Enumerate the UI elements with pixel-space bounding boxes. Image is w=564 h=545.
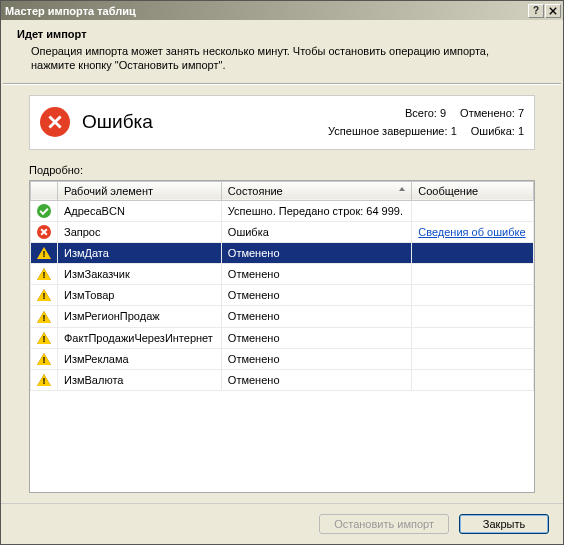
warning-icon <box>37 311 51 323</box>
error-details-link[interactable]: Сведения об ошибке <box>418 226 525 238</box>
row-message <box>412 243 534 264</box>
row-message: Сведения об ошибке <box>412 222 534 243</box>
header-title: Идет импорт <box>17 28 547 40</box>
row-item: ФактПродажиЧерезИнтернет <box>58 327 222 348</box>
row-status-icon <box>31 243 58 264</box>
row-item: ИзмВалюта <box>58 369 222 390</box>
row-item: ИзмТовар <box>58 285 222 306</box>
table-row[interactable]: ИзмВалютаОтменено <box>31 369 534 390</box>
row-state: Отменено <box>221 369 411 390</box>
row-state: Отменено <box>221 264 411 285</box>
row-state: Отменено <box>221 285 411 306</box>
row-state: Отменено <box>221 348 411 369</box>
error-label: Ошибка: <box>471 125 515 137</box>
footer: Остановить импорт Закрыть <box>1 503 563 544</box>
row-state: Ошибка <box>221 222 411 243</box>
row-state: Успешно. Передано строк: 64 999. <box>221 200 411 221</box>
row-state: Отменено <box>221 306 411 327</box>
row-message <box>412 327 534 348</box>
table-row[interactable]: ФактПродажиЧерезИнтернетОтменено <box>31 327 534 348</box>
warning-icon <box>37 374 51 386</box>
row-item: АдресаBCN <box>58 200 222 221</box>
table-row[interactable]: ИзмРекламаОтменено <box>31 348 534 369</box>
status-label: Ошибка <box>82 111 328 133</box>
close-button[interactable] <box>545 4 561 18</box>
row-status-icon <box>31 264 58 285</box>
status-box: Ошибка Всего: 9 Отменено: 7 Успешное зав… <box>29 95 535 150</box>
success-label: Успешное завершение: <box>328 125 447 137</box>
success-icon <box>37 204 51 218</box>
row-message <box>412 369 534 390</box>
content: Ошибка Всего: 9 Отменено: 7 Успешное зав… <box>1 85 563 503</box>
row-status-icon <box>31 327 58 348</box>
warning-icon <box>37 247 51 259</box>
success-value: 1 <box>451 125 457 137</box>
stop-import-button: Остановить импорт <box>319 514 449 534</box>
results-table: Рабочий элемент Состояние Сообщение Адре… <box>30 181 534 391</box>
table-row[interactable]: ИзмДатаОтменено <box>31 243 534 264</box>
details-label: Подробно: <box>29 164 535 176</box>
row-state: Отменено <box>221 243 411 264</box>
col-icon[interactable] <box>31 181 58 200</box>
row-status-icon <box>31 369 58 390</box>
row-status-icon <box>31 285 58 306</box>
error-icon <box>37 225 51 239</box>
row-status-icon <box>31 306 58 327</box>
col-item[interactable]: Рабочий элемент <box>58 181 222 200</box>
row-item: ИзмДата <box>58 243 222 264</box>
table-wrap: Рабочий элемент Состояние Сообщение Адре… <box>29 180 535 493</box>
total-value: 9 <box>440 107 446 119</box>
row-message <box>412 306 534 327</box>
row-message <box>412 200 534 221</box>
row-message <box>412 285 534 306</box>
warning-icon <box>37 289 51 301</box>
table-row[interactable]: АдресаBCNУспешно. Передано строк: 64 999… <box>31 200 534 221</box>
status-stats: Всего: 9 Отменено: 7 Успешное завершение… <box>328 104 524 141</box>
table-row[interactable]: ИзмТоварОтменено <box>31 285 534 306</box>
cancelled-value: 7 <box>518 107 524 119</box>
window-title: Мастер импорта таблиц <box>5 5 136 17</box>
titlebar: Мастер импорта таблиц ? <box>1 1 563 20</box>
row-status-icon <box>31 200 58 221</box>
header-text: Операция импорта может занять несколько … <box>17 44 547 73</box>
row-item: ИзмЗаказчик <box>58 264 222 285</box>
warning-icon <box>37 332 51 344</box>
col-message[interactable]: Сообщение <box>412 181 534 200</box>
warning-icon <box>37 353 51 365</box>
col-state[interactable]: Состояние <box>221 181 411 200</box>
row-status-icon <box>31 222 58 243</box>
cancelled-label: Отменено: <box>460 107 515 119</box>
warning-icon <box>37 268 51 280</box>
row-item: Запрос <box>58 222 222 243</box>
error-icon <box>40 107 70 137</box>
row-message <box>412 264 534 285</box>
row-item: ИзмРеклама <box>58 348 222 369</box>
table-row[interactable]: ИзмРегионПродажОтменено <box>31 306 534 327</box>
total-label: Всего: <box>405 107 437 119</box>
error-value: 1 <box>518 125 524 137</box>
titlebar-buttons: ? <box>528 4 561 18</box>
row-status-icon <box>31 348 58 369</box>
help-button[interactable]: ? <box>528 4 544 18</box>
row-message <box>412 348 534 369</box>
table-row[interactable]: ЗапросОшибкаСведения об ошибке <box>31 222 534 243</box>
table-row[interactable]: ИзмЗаказчикОтменено <box>31 264 534 285</box>
row-item: ИзмРегионПродаж <box>58 306 222 327</box>
dialog-window: Мастер импорта таблиц ? Идет импорт Опер… <box>0 0 564 545</box>
row-state: Отменено <box>221 327 411 348</box>
close-dialog-button[interactable]: Закрыть <box>459 514 549 534</box>
sort-indicator-icon <box>399 187 405 191</box>
header: Идет импорт Операция импорта может занят… <box>1 20 563 83</box>
